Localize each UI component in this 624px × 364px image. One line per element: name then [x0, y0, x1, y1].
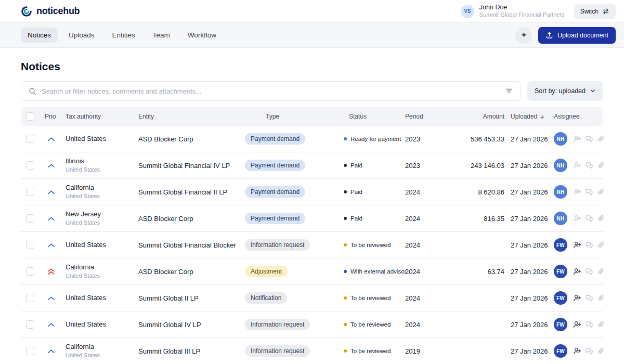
select-all-checkbox[interactable] — [26, 112, 34, 121]
status-label: Paid — [350, 189, 362, 195]
tax-authority: United States — [66, 135, 135, 144]
header-amount[interactable]: Amount — [432, 113, 504, 120]
row-checkbox[interactable] — [26, 161, 34, 170]
tab-team[interactable]: Team — [146, 28, 177, 43]
row-checkbox[interactable] — [26, 241, 34, 249]
attachment-icon[interactable] — [597, 214, 605, 223]
header-period[interactable]: Period — [403, 113, 432, 120]
row-checkbox[interactable] — [26, 294, 34, 302]
tax-sub-country: United States — [66, 352, 135, 359]
table-row[interactable]: California United States ASD Blocker Cor… — [21, 258, 603, 285]
comments-icon[interactable] — [585, 188, 593, 196]
filter-icon[interactable] — [505, 87, 513, 95]
navbar: Notices Uploads Entities Team Workflow U… — [0, 23, 624, 48]
uploaded-date: 27 Jan 2026 — [504, 321, 549, 329]
row-checkbox[interactable] — [26, 135, 34, 143]
tab-uploads[interactable]: Uploads — [62, 28, 101, 43]
assign-user-icon[interactable] — [573, 135, 581, 143]
entity-name: ASD Blocker Corp — [135, 135, 242, 143]
type-badge: Information request — [245, 239, 310, 251]
attachment-icon[interactable] — [597, 161, 605, 170]
table-row[interactable]: New Jersey United States ASD Blocker Cor… — [21, 205, 603, 232]
row-checkbox[interactable] — [26, 267, 34, 276]
assignee-avatar[interactable]: FW — [554, 318, 567, 331]
tax-sub-country: United States — [66, 166, 135, 173]
attachment-icon[interactable] — [597, 241, 605, 249]
search-input[interactable] — [42, 87, 500, 95]
assign-user-icon[interactable] — [573, 267, 581, 276]
assign-user-icon[interactable] — [573, 347, 581, 355]
comments-icon[interactable] — [585, 241, 593, 249]
amount-value: 8 620.86 — [432, 188, 504, 196]
assign-user-icon[interactable] — [573, 320, 581, 329]
comments-icon[interactable] — [585, 347, 593, 355]
tab-notices[interactable]: Notices — [21, 28, 58, 43]
tax-authority: California — [66, 343, 135, 352]
assignee-avatar[interactable]: FW — [554, 265, 567, 278]
attachment-icon[interactable] — [597, 320, 605, 329]
header-entity[interactable]: Entity — [135, 113, 242, 120]
table-body: United States ASD Blocker Corp Payment d… — [21, 126, 603, 364]
comments-icon[interactable] — [585, 214, 593, 223]
upload-document-button[interactable]: Upload document — [538, 27, 616, 44]
uploaded-date: 27 Jan 2026 — [504, 347, 549, 355]
row-checkbox[interactable] — [26, 320, 34, 329]
header-uploaded[interactable]: Uploaded — [504, 113, 549, 120]
table-row[interactable]: United States ASD Blocker Corp Payment d… — [21, 126, 603, 152]
row-checkbox[interactable] — [26, 347, 34, 355]
table-row[interactable]: United States Summit Global Financial Bl… — [21, 232, 603, 258]
attachment-icon[interactable] — [597, 267, 605, 276]
attachment-icon[interactable] — [597, 347, 605, 355]
header-prio[interactable]: Prio — [40, 113, 62, 120]
switch-button[interactable]: Switch — [574, 4, 616, 19]
assign-user-icon[interactable] — [573, 161, 581, 170]
tax-authority: Illinois — [66, 157, 135, 166]
status-label: Ready for payment — [350, 136, 401, 142]
status-dot — [344, 164, 347, 167]
table-header: Prio Tax authority Entity Type Status Pe… — [21, 107, 603, 126]
tab-workflow[interactable]: Workflow — [181, 28, 223, 43]
assignee-avatar[interactable]: NH — [554, 132, 567, 146]
tax-authority: New Jersey — [66, 210, 135, 219]
noticehub-logo-icon — [21, 6, 32, 17]
comments-icon[interactable] — [585, 267, 593, 276]
assign-user-icon[interactable] — [573, 214, 581, 223]
type-badge: Adjustment — [245, 266, 288, 277]
header-tax-authority[interactable]: Tax authority — [62, 113, 135, 120]
assignee-avatar[interactable]: FW — [554, 291, 567, 305]
assign-user-icon[interactable] — [573, 241, 581, 249]
comments-icon[interactable] — [585, 294, 593, 302]
table-row[interactable]: Illinois United States Summit Global Fin… — [21, 152, 603, 179]
table-row[interactable]: United States Summit Global II LP Notifi… — [21, 285, 603, 311]
user-meta: John Doe Summit Global Financial Partner… — [479, 4, 565, 19]
assignee-avatar[interactable]: FW — [554, 238, 567, 252]
assignee-avatar[interactable]: FW — [554, 344, 567, 358]
assignee-avatar[interactable]: NH — [554, 212, 567, 225]
table-row[interactable]: California United States Summit Global I… — [21, 338, 603, 364]
assign-user-icon[interactable] — [573, 188, 581, 196]
sort-button[interactable]: Sort by: uploaded — [527, 81, 603, 101]
attachment-icon[interactable] — [597, 294, 605, 302]
header-type[interactable]: Type — [242, 113, 341, 120]
assistant-button[interactable] — [515, 27, 532, 44]
comments-icon[interactable] — [585, 135, 593, 143]
priority-icon — [47, 243, 55, 248]
assignee-avatar[interactable]: NH — [554, 185, 567, 199]
attachment-icon[interactable] — [597, 188, 605, 196]
table-row[interactable]: United States Summit Global IV LP Inform… — [21, 311, 603, 338]
header-assignee[interactable]: Assignee — [549, 113, 572, 120]
comments-icon[interactable] — [585, 161, 593, 170]
table-row[interactable]: California United States Summit Global F… — [21, 179, 603, 205]
period-value: 2024 — [403, 321, 432, 329]
assignee-avatar[interactable]: NH — [554, 159, 567, 172]
status-label: Paid — [350, 162, 362, 168]
attachment-icon[interactable] — [597, 135, 605, 143]
row-checkbox[interactable] — [26, 188, 34, 196]
entity-name: ASD Blocker Corp — [135, 215, 242, 223]
header-status[interactable]: Status — [341, 113, 403, 120]
assign-user-icon[interactable] — [573, 294, 581, 302]
row-checkbox[interactable] — [26, 214, 34, 223]
comments-icon[interactable] — [585, 320, 593, 329]
logo[interactable]: noticehub — [21, 6, 80, 17]
tab-entities[interactable]: Entities — [106, 28, 142, 43]
